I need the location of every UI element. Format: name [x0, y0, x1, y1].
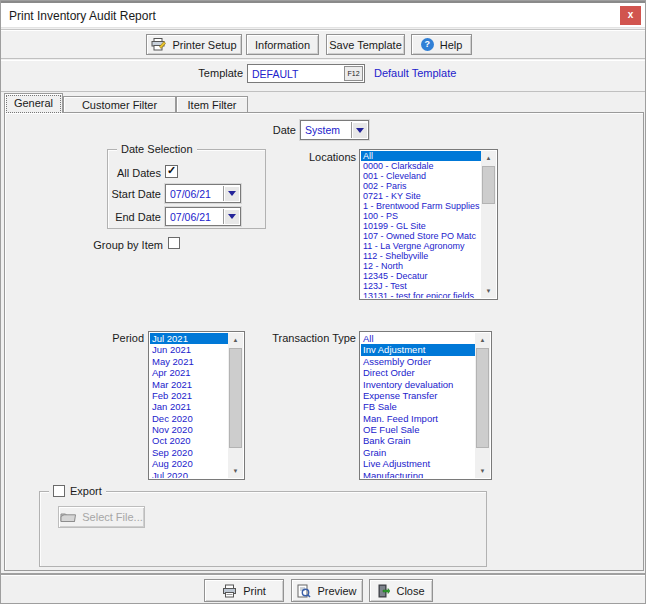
list-item[interactable]: 107 - Owned Store PO Matc — [361, 231, 481, 241]
start-date-combo[interactable]: 07/06/21 — [165, 184, 241, 203]
transaction-type-label: Transaction Type — [269, 332, 356, 344]
preview-label: Preview — [317, 585, 356, 597]
scroll-down-icon[interactable]: ▼ — [228, 464, 243, 478]
locations-list-items: All0000 - Clarksdale001 - Cleveland002 -… — [361, 151, 481, 298]
list-item[interactable]: Expense Transfer — [361, 390, 475, 401]
list-item[interactable]: Nov 2020 — [150, 424, 228, 435]
list-item[interactable]: 1 - Brentwood Farm Supplies — [361, 201, 481, 211]
list-item[interactable]: Oct 2020 — [150, 435, 228, 446]
chevron-down-icon — [356, 128, 364, 133]
list-item[interactable]: 12345 - Decatur — [361, 271, 481, 281]
list-item[interactable]: Bank Grain — [361, 435, 475, 446]
date-combo[interactable]: System — [300, 120, 369, 140]
printer-setup-icon — [151, 38, 166, 51]
locations-scrollbar[interactable]: ▲ ▼ — [481, 151, 496, 298]
help-button[interactable]: ? Help — [411, 34, 472, 55]
list-item[interactable]: Aug 2020 — [150, 458, 228, 469]
list-item[interactable]: 002 - Paris — [361, 181, 481, 191]
f12-lookup-button[interactable]: F12 — [344, 66, 363, 81]
list-item[interactable]: Man. Feed Import — [361, 413, 475, 424]
list-item[interactable]: Inv Adjustment — [361, 344, 475, 355]
scrollbar-thumb[interactable] — [476, 348, 489, 448]
list-item[interactable]: Inventory devaluation — [361, 379, 475, 390]
list-item[interactable]: Grain — [361, 447, 475, 458]
list-item[interactable]: Apr 2021 — [150, 367, 228, 378]
list-item[interactable]: May 2021 — [150, 356, 228, 367]
scroll-up-icon[interactable]: ▲ — [481, 151, 496, 165]
list-item[interactable]: 112 - Shelbyville — [361, 251, 481, 261]
list-item[interactable]: Jun 2021 — [150, 344, 228, 355]
export-label: Export — [70, 485, 102, 497]
scroll-up-icon[interactable]: ▲ — [228, 333, 243, 347]
list-item[interactable]: 13131 - test for epicor fields — [361, 291, 481, 298]
group-by-item-label: Group by Item — [86, 239, 163, 251]
list-item[interactable]: 0000 - Clarksdale — [361, 161, 481, 171]
tab-general[interactable]: General — [4, 93, 63, 113]
tab-item-filter[interactable]: Item Filter — [176, 96, 248, 113]
close-button-footer[interactable]: Close — [369, 579, 433, 602]
print-label: Print — [243, 585, 266, 597]
folder-icon — [60, 511, 76, 523]
list-item[interactable]: 123J - Test — [361, 281, 481, 291]
scrollbar-thumb[interactable] — [482, 166, 495, 204]
tab-customer-filter[interactable]: Customer Filter — [63, 96, 176, 113]
list-item[interactable]: Jul 2020 — [150, 470, 228, 479]
template-label: Template — [151, 67, 243, 79]
date-combo-dropdown-button[interactable] — [351, 122, 367, 138]
list-item[interactable]: OE Fuel Sale — [361, 424, 475, 435]
group-by-item-checkbox[interactable] — [168, 237, 180, 249]
list-item[interactable]: 12 - North — [361, 261, 481, 271]
list-item[interactable]: Assembly Order — [361, 356, 475, 367]
export-group: Export — [39, 491, 487, 567]
export-checkbox[interactable] — [53, 485, 65, 497]
save-template-button[interactable]: Save Template — [326, 34, 405, 55]
list-item[interactable]: 10199 - GL Site — [361, 221, 481, 231]
select-file-label: Select File... — [82, 511, 143, 523]
list-item[interactable]: Mar 2021 — [150, 379, 228, 390]
scroll-up-icon[interactable]: ▲ — [475, 333, 490, 347]
transaction-type-listbox[interactable]: AllInv AdjustmentAssembly OrderDirect Or… — [359, 331, 492, 480]
period-list-items: Jul 2021Jun 2021May 2021Apr 2021Mar 2021… — [150, 333, 228, 478]
period-scrollbar[interactable]: ▲ ▼ — [228, 333, 243, 478]
list-item[interactable]: Direct Order — [361, 367, 475, 378]
scrollbar-thumb[interactable] — [229, 348, 242, 448]
list-item[interactable]: FB Sale — [361, 401, 475, 412]
list-item[interactable]: Sep 2020 — [150, 447, 228, 458]
close-button[interactable]: x — [620, 6, 641, 25]
tab-customer-filter-label: Customer Filter — [82, 99, 157, 111]
printer-setup-button[interactable]: Printer Setup — [146, 34, 242, 55]
period-listbox[interactable]: Jul 2021Jun 2021May 2021Apr 2021Mar 2021… — [148, 331, 245, 480]
end-date-dropdown-button[interactable] — [223, 209, 239, 224]
information-button[interactable]: Information — [246, 34, 319, 55]
list-item[interactable]: Jul 2021 — [150, 333, 228, 344]
print-button[interactable]: Print — [204, 579, 284, 602]
template-input[interactable]: DEFAULT F12 — [247, 64, 365, 83]
chevron-down-icon — [228, 191, 236, 196]
select-file-button[interactable]: Select File... — [58, 506, 145, 528]
printer-setup-label: Printer Setup — [172, 39, 236, 51]
list-item[interactable]: 001 - Cleveland — [361, 171, 481, 181]
list-item[interactable]: 100 - PS — [361, 211, 481, 221]
list-item[interactable]: 11 - La Vergne Agronomy — [361, 241, 481, 251]
tab-item-filter-label: Item Filter — [188, 99, 237, 111]
scroll-down-icon[interactable]: ▼ — [475, 464, 490, 478]
information-label: Information — [255, 39, 310, 51]
list-item[interactable]: Feb 2021 — [150, 390, 228, 401]
scroll-down-icon[interactable]: ▼ — [481, 284, 496, 298]
list-item[interactable]: All — [361, 333, 475, 344]
list-item[interactable]: Manufacturing — [361, 470, 475, 479]
help-icon: ? — [421, 38, 434, 51]
list-item[interactable]: Dec 2020 — [150, 413, 228, 424]
list-item[interactable]: 0721 - KY Site — [361, 191, 481, 201]
end-date-combo[interactable]: 07/06/21 — [165, 207, 241, 226]
list-item[interactable]: All — [361, 151, 481, 161]
list-item[interactable]: Jan 2021 — [150, 401, 228, 412]
locations-listbox[interactable]: All0000 - Clarksdale001 - Cleveland002 -… — [359, 149, 498, 300]
all-dates-checkbox[interactable] — [165, 165, 178, 178]
end-date-value: 07/06/21 — [170, 211, 211, 223]
preview-button[interactable]: Preview — [291, 579, 363, 602]
list-item[interactable]: Live Adjustment — [361, 458, 475, 469]
transaction-type-scrollbar[interactable]: ▲ ▼ — [475, 333, 490, 478]
start-date-dropdown-button[interactable] — [223, 186, 239, 201]
start-date-label: Start Date — [96, 188, 161, 200]
